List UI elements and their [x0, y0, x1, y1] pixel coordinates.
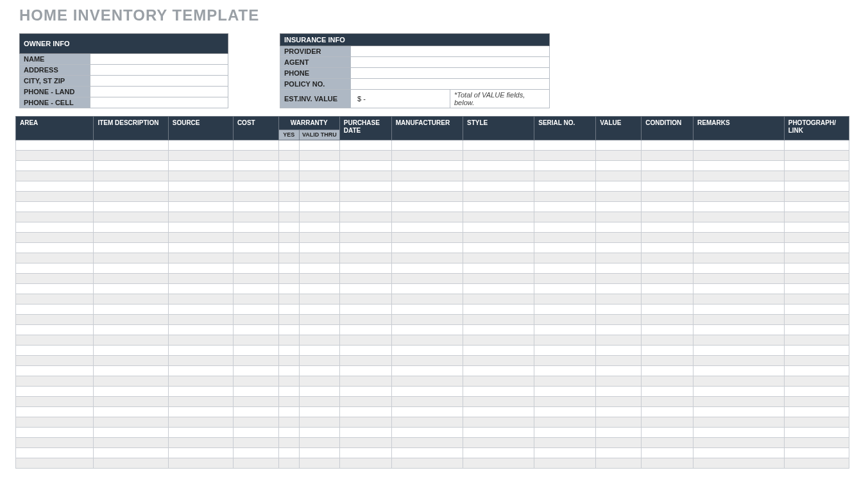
grid-cell[interactable]	[391, 376, 463, 386]
grid-cell[interactable]	[534, 191, 596, 201]
grid-cell[interactable]	[463, 427, 534, 437]
grid-cell[interactable]	[233, 365, 278, 376]
grid-cell[interactable]	[300, 232, 340, 242]
grid-cell[interactable]	[642, 365, 694, 376]
grid-cell[interactable]	[391, 222, 463, 232]
grid-cell[interactable]	[784, 140, 849, 150]
grid-cell[interactable]	[278, 171, 299, 181]
grid-cell[interactable]	[168, 406, 233, 417]
grid-cell[interactable]	[300, 273, 340, 283]
grid-cell[interactable]	[94, 324, 168, 335]
grid-cell[interactable]	[16, 140, 94, 150]
grid-cell[interactable]	[339, 314, 391, 324]
grid-cell[interactable]	[463, 201, 534, 212]
grid-cell[interactable]	[391, 427, 463, 437]
grid-cell[interactable]	[784, 396, 849, 406]
grid-cell[interactable]	[233, 314, 278, 324]
grid-cell[interactable]	[94, 171, 168, 181]
grid-cell[interactable]	[300, 222, 340, 232]
grid-cell[interactable]	[642, 273, 694, 283]
grid-cell[interactable]	[596, 386, 642, 396]
grid-cell[interactable]	[596, 396, 642, 406]
grid-cell[interactable]	[463, 335, 534, 345]
grid-cell[interactable]	[168, 355, 233, 365]
grid-cell[interactable]	[168, 324, 233, 335]
grid-cell[interactable]	[596, 283, 642, 294]
grid-cell[interactable]	[339, 396, 391, 406]
grid-cell[interactable]	[278, 314, 299, 324]
grid-cell[interactable]	[391, 335, 463, 345]
grid-cell[interactable]	[233, 222, 278, 232]
grid-cell[interactable]	[94, 242, 168, 253]
grid-cell[interactable]	[596, 160, 642, 171]
grid-cell[interactable]	[596, 140, 642, 150]
grid-cell[interactable]	[596, 242, 642, 253]
grid-cell[interactable]	[278, 212, 299, 222]
grid-cell[interactable]	[16, 253, 94, 263]
grid-cell[interactable]	[784, 191, 849, 201]
grid-cell[interactable]	[168, 314, 233, 324]
grid-cell[interactable]	[168, 294, 233, 304]
grid-cell[interactable]	[16, 396, 94, 406]
grid-cell[interactable]	[233, 355, 278, 365]
grid-cell[interactable]	[391, 355, 463, 365]
insurance-provider-value[interactable]	[351, 46, 550, 57]
grid-cell[interactable]	[278, 253, 299, 263]
grid-cell[interactable]	[300, 386, 340, 396]
grid-cell[interactable]	[534, 447, 596, 458]
grid-cell[interactable]	[16, 345, 94, 355]
grid-cell[interactable]	[168, 232, 233, 242]
grid-cell[interactable]	[94, 181, 168, 191]
grid-cell[interactable]	[300, 283, 340, 294]
grid-cell[interactable]	[16, 273, 94, 283]
grid-cell[interactable]	[278, 232, 299, 242]
grid-cell[interactable]	[534, 181, 596, 191]
grid-cell[interactable]	[694, 447, 785, 458]
grid-cell[interactable]	[168, 376, 233, 386]
grid-cell[interactable]	[391, 253, 463, 263]
grid-cell[interactable]	[391, 273, 463, 283]
grid-cell[interactable]	[642, 283, 694, 294]
grid-cell[interactable]	[534, 171, 596, 181]
grid-cell[interactable]	[300, 417, 340, 427]
grid-cell[interactable]	[300, 304, 340, 314]
grid-cell[interactable]	[642, 294, 694, 304]
grid-cell[interactable]	[339, 160, 391, 171]
grid-cell[interactable]	[463, 386, 534, 396]
grid-cell[interactable]	[168, 437, 233, 447]
grid-cell[interactable]	[596, 273, 642, 283]
grid-cell[interactable]	[278, 335, 299, 345]
grid-cell[interactable]	[168, 171, 233, 181]
grid-cell[interactable]	[534, 355, 596, 365]
grid-cell[interactable]	[16, 304, 94, 314]
grid-cell[interactable]	[642, 191, 694, 201]
grid-cell[interactable]	[642, 345, 694, 355]
grid-cell[interactable]	[596, 253, 642, 263]
grid-cell[interactable]	[391, 386, 463, 396]
grid-cell[interactable]	[784, 283, 849, 294]
grid-cell[interactable]	[278, 150, 299, 160]
grid-cell[interactable]	[463, 345, 534, 355]
grid-cell[interactable]	[596, 324, 642, 335]
grid-cell[interactable]	[694, 242, 785, 253]
grid-cell[interactable]	[784, 406, 849, 417]
grid-cell[interactable]	[463, 181, 534, 191]
grid-cell[interactable]	[642, 335, 694, 345]
grid-cell[interactable]	[94, 263, 168, 273]
grid-cell[interactable]	[300, 355, 340, 365]
grid-cell[interactable]	[339, 263, 391, 273]
grid-cell[interactable]	[391, 181, 463, 191]
grid-cell[interactable]	[694, 150, 785, 160]
grid-cell[interactable]	[300, 447, 340, 458]
grid-cell[interactable]	[694, 365, 785, 376]
grid-cell[interactable]	[94, 447, 168, 458]
grid-cell[interactable]	[391, 447, 463, 458]
grid-cell[interactable]	[534, 201, 596, 212]
grid-cell[interactable]	[339, 294, 391, 304]
grid-cell[interactable]	[642, 417, 694, 427]
grid-cell[interactable]	[339, 242, 391, 253]
grid-cell[interactable]	[534, 417, 596, 427]
grid-cell[interactable]	[642, 304, 694, 314]
grid-cell[interactable]	[94, 160, 168, 171]
owner-phone-cell-value[interactable]	[90, 97, 228, 108]
